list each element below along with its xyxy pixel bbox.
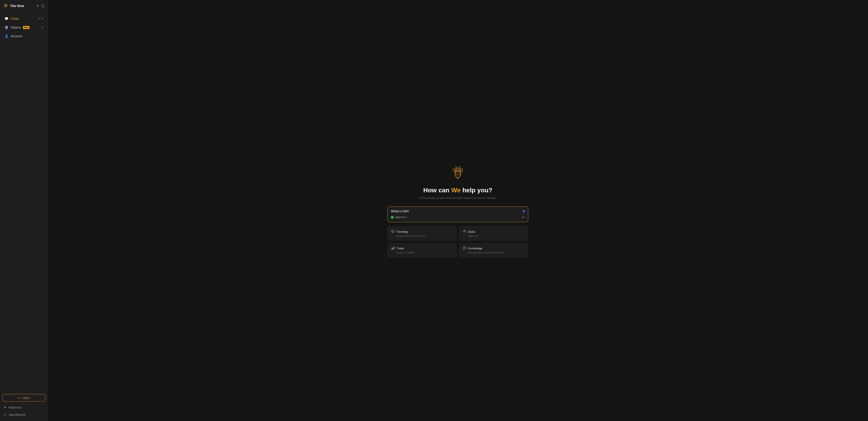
chat-input-container: Open AI ▾ ↩ <box>388 206 528 222</box>
sidebar-footer: ↪ Log in ✕ Follow Us ⚇ Join Discord <box>0 391 48 421</box>
tokens-right: ▾ <box>41 26 43 29</box>
title-end: help you? <box>461 187 492 194</box>
login-button[interactable]: ↪ Log in <box>2 394 45 401</box>
svg-point-0 <box>4 4 7 7</box>
tokens-label: Tokens <box>11 26 21 29</box>
title-start: How can <box>423 187 451 194</box>
svg-line-9 <box>456 167 457 168</box>
svg-line-3 <box>6 4 7 4</box>
main-content: How can We help you? Orchestrate a hive … <box>48 0 868 421</box>
tokens-chevron-icon: ▾ <box>41 26 43 29</box>
ai-status-dot <box>391 216 394 219</box>
trade-desc: Swap on Jupiter <box>396 251 453 254</box>
knowledge-title: Knowledge <box>468 247 483 250</box>
account-left: 👤 Account <box>4 34 22 38</box>
trending-icon <box>391 230 395 234</box>
ai-chevron-icon: ▾ <box>406 216 407 219</box>
trade-title: Trade <box>396 247 404 250</box>
send-button[interactable]: ↩ <box>522 215 525 219</box>
input-row <box>391 209 525 213</box>
brand-logo[interactable]: The Hive <box>3 3 24 8</box>
action-card-trade[interactable]: Trade Swap on Jupiter <box>388 243 457 257</box>
action-card-stake[interactable]: Stake Stake Sol <box>459 226 528 241</box>
follow-us-link[interactable]: ✕ Follow Us <box>2 404 45 411</box>
main-title: How can We help you? <box>423 187 492 194</box>
sidebar-item-account[interactable]: 👤 Account <box>1 32 46 40</box>
bee-brand-icon <box>3 3 8 8</box>
join-discord-link[interactable]: ⚇ Join Discord <box>2 411 45 418</box>
action-card-trending[interactable]: Trending Search the trending tokens <box>388 226 457 241</box>
sidebar-item-tokens[interactable]: 🔮 Tokens New ▾ <box>1 23 46 32</box>
chats-chevron-icon: ▾ <box>41 17 43 20</box>
stake-icon <box>463 230 466 234</box>
layout-icon[interactable]: ⊡ <box>41 4 44 8</box>
settings-icon[interactable]: ✦ <box>36 4 39 8</box>
chat-input[interactable] <box>391 209 523 213</box>
header-icon-group: ✦ ⊡ <box>36 4 44 8</box>
trending-title: Trending <box>396 230 408 233</box>
add-chat-icon[interactable]: + <box>38 17 40 21</box>
chats-left: 💬 Chats <box>4 17 19 21</box>
chats-right: + ▾ <box>38 17 43 21</box>
tokens-badge: New <box>23 26 30 29</box>
brand-name: The Hive <box>10 4 24 8</box>
action-cards: Trending Search the trending tokens Stak… <box>388 226 528 257</box>
knowledge-desc: Get developer docs for protocols <box>468 251 524 254</box>
login-label: Log in <box>22 396 30 399</box>
knowledge-icon <box>463 247 466 250</box>
purple-status-dot <box>523 210 525 212</box>
trending-card-header: Trending <box>391 230 453 234</box>
join-discord-label: Join Discord <box>9 413 25 417</box>
stake-desc: Stake Sol <box>468 234 524 237</box>
svg-line-11 <box>459 167 460 168</box>
stake-title: Stake <box>468 230 475 233</box>
x-twitter-icon: ✕ <box>4 406 6 409</box>
sidebar: The Hive ✦ ⊡ 💬 Chats + ▾ 🔮 Tokens New <box>0 0 48 421</box>
svg-rect-22 <box>394 247 394 249</box>
tokens-left: 🔮 Tokens New <box>4 26 30 29</box>
login-arrow-icon: ↪ <box>18 396 20 399</box>
chats-label: Chats <box>11 17 19 21</box>
stake-card-header: Stake <box>463 230 524 234</box>
discord-icon: ⚇ <box>4 413 7 417</box>
bee-logo-svg <box>450 164 466 180</box>
svg-marker-16 <box>457 178 459 179</box>
account-label: Account <box>11 34 22 38</box>
input-footer: Open AI ▾ ↩ <box>391 215 525 219</box>
svg-rect-21 <box>393 248 393 249</box>
tokens-icon: 🔮 <box>4 26 8 29</box>
knowledge-card-header: Knowledge <box>463 247 524 250</box>
svg-line-2 <box>5 4 5 4</box>
center-container: How can We help you? Orchestrate a hive … <box>388 164 528 257</box>
svg-rect-20 <box>392 248 392 249</box>
bee-logo <box>450 164 466 181</box>
sidebar-nav: 💬 Chats + ▾ 🔮 Tokens New ▾ 👤 Account <box>0 11 48 391</box>
svg-point-12 <box>459 166 460 167</box>
follow-us-label: Follow Us <box>9 406 22 409</box>
account-icon: 👤 <box>4 34 8 38</box>
trending-desc: Search the trending tokens <box>396 234 453 237</box>
svg-point-10 <box>455 166 456 167</box>
main-subtitle: Orchestrate a hive mind of DeFi Agents t… <box>419 196 497 200</box>
ai-selector[interactable]: Open AI ▾ <box>391 216 407 219</box>
svg-point-8 <box>456 168 460 171</box>
action-card-knowledge[interactable]: Knowledge Get developer docs for protoco… <box>459 243 528 257</box>
ai-selector-label: Open AI <box>395 216 405 219</box>
trade-icon <box>391 247 395 250</box>
sidebar-header: The Hive ✦ ⊡ <box>0 0 48 11</box>
title-highlight: We <box>451 187 461 194</box>
sidebar-item-chats[interactable]: 💬 Chats + ▾ <box>1 14 46 23</box>
chat-icon: 💬 <box>4 17 8 21</box>
trade-card-header: Trade <box>391 247 453 250</box>
